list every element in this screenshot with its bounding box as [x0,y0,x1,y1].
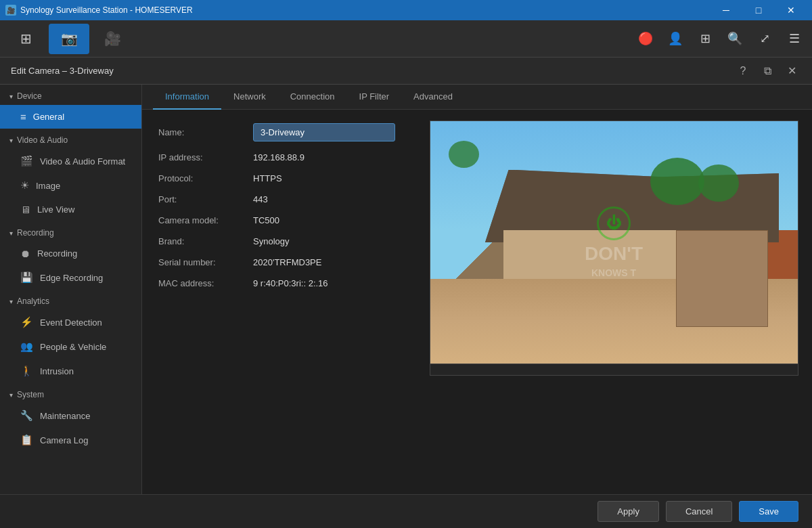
sidebar-item-recording[interactable]: ⏺ Recording [0,242,141,265]
port-value: 443 [253,194,268,204]
mac-address-field-row: MAC address: 9 r:40:P0:3ri:: 2:.16 [158,278,410,288]
edit-header-actions: ? ⧉ ✕ [734,62,801,81]
tab-network[interactable]: Network [221,85,278,110]
video-audio-format-icon: 🎬 [20,155,33,167]
serial-number-value: 2020'TRFMD3PE [253,257,321,267]
sidebar-video-audio-format-label: Video & Audio Format [40,156,125,167]
tab-connection[interactable]: Connection [278,85,347,110]
maintenance-icon: 🔧 [20,410,33,422]
sidebar-item-edge-recording[interactable]: 💾 Edge Recording [0,265,141,290]
analytics-chevron-icon: ▾ [9,298,13,305]
sidebar: ▾ Device ≡ General ▾ Video & Audio 🎬 Vid… [0,85,142,494]
account-button[interactable]: 👤 [663,26,687,51]
menu-icon: ☰ [789,31,800,46]
sidebar-item-general[interactable]: ≡ General [0,105,141,129]
people-vehicle-icon: 👥 [20,340,33,353]
name-field-row: Name: [158,123,410,141]
ip-address-label: IP address: [158,152,253,162]
recording-icon: ⏺ [20,248,30,259]
mac-address-value: 9 r:40:P0:3ri:: 2:.16 [253,278,328,288]
sidebar-camera-log-label: Camera Log [40,435,89,445]
sidebar-item-maintenance[interactable]: 🔧 Maintenance [0,403,141,428]
sidebar-item-video-audio-format[interactable]: 🎬 Video & Audio Format [0,149,141,173]
sidebar-people-vehicle-label: People & Vehicle [40,342,106,352]
sidebar-live-view-label: Live View [37,204,74,215]
form-section: Name: IP address: 192.168.88.9 Protocol:… [142,110,426,494]
maximize-button[interactable]: □ [743,0,774,20]
sidebar-section-recording[interactable]: ▾ Recording [0,221,141,242]
close-window-button[interactable]: ✕ [775,0,807,20]
toolbar: ⊞ 📷 🎥 🔴 👤 ⊞ 🔍 ⤢ ☰ [0,20,812,58]
toolbar-camera-button[interactable]: 📷 [49,24,89,54]
close-panel-button[interactable]: ✕ [782,62,801,81]
sidebar-event-detection-label: Event Detection [40,317,102,328]
content-area: Information Network Connection IP Filter… [142,85,812,494]
general-icon: ≡ [20,111,26,123]
sidebar-section-system[interactable]: ▾ System [0,383,141,403]
sidebar-item-intrusion[interactable]: 🚶 Intrusion [0,359,141,383]
camera-icon: 📷 [61,30,78,47]
sidebar-item-event-detection[interactable]: ⚡ Event Detection [0,310,141,334]
ip-address-value: 192.168.88.9 [253,152,304,162]
live-view-icon: 🖥 [20,204,30,215]
camera-preview: ⏻ DON'T KNOWS T [430,120,798,364]
layout-icon: ⊞ [700,31,710,46]
tab-information[interactable]: Information [153,85,221,110]
serial-number-field-row: Serial number: 2020'TRFMD3PE [158,257,410,267]
titlebar-controls[interactable]: ─ □ ✕ [710,0,807,20]
help-button[interactable]: ? [734,62,752,81]
sidebar-section-video-audio[interactable]: ▾ Video & Audio [0,129,141,149]
toolbar-right: 🔴 👤 ⊞ 🔍 ⤢ ☰ [633,26,807,51]
titlebar-title: Synology Surveillance Station - HOMESERV… [20,5,193,15]
camera-model-label: Camera model: [158,215,253,225]
brand-label: Brand: [158,236,253,246]
toolbar-overview-button[interactable]: ⊞ [5,24,46,54]
layout-button[interactable]: ⊞ [693,26,717,51]
profile-button[interactable]: 🔴 [633,26,658,51]
main-layout: ▾ Device ≡ General ▾ Video & Audio 🎬 Vid… [0,85,812,494]
camera-model-value: TC500 [253,215,279,225]
sidebar-item-image[interactable]: ☀ Image [0,173,141,198]
sidebar-section-device[interactable]: ▾ Device [0,85,141,105]
tree-1 [650,158,704,205]
tree-2 [698,164,739,202]
video-audio-chevron-icon: ▾ [9,137,13,144]
device-section-label: Device [17,91,42,101]
sidebar-section-analytics[interactable]: ▾ Analytics [0,290,141,310]
tab-ip-filter[interactable]: IP Filter [347,85,402,110]
toolbar-fisheye-button[interactable]: 🎥 [92,24,133,54]
tree-3 [449,141,479,168]
name-input[interactable] [253,123,395,141]
apply-button[interactable]: Apply [597,501,659,522]
brand-value: Synology [253,236,289,246]
profile-icon: 🔴 [638,31,653,46]
sidebar-item-camera-log[interactable]: 📋 Camera Log [0,428,141,452]
port-label: Port: [158,194,253,204]
port-field-row: Port: 443 [158,194,410,204]
sidebar-edge-recording-label: Edge Recording [40,273,103,283]
menu-button[interactable]: ☰ [782,26,807,51]
protocol-field-row: Protocol: HTTPS [158,173,410,183]
sidebar-item-people-vehicle[interactable]: 👥 People & Vehicle [0,334,141,359]
search-icon: 🔍 [727,31,742,46]
titlebar-left: 🎥 Synology Surveillance Station - HOMESE… [5,5,193,16]
fullscreen-icon: ⤢ [760,31,770,46]
restore-button[interactable]: ⧉ [758,62,777,81]
sidebar-general-label: General [33,112,64,122]
video-audio-section-label: Video & Audio [17,135,68,145]
fullscreen-button[interactable]: ⤢ [752,26,777,51]
serial-number-label: Serial number: [158,257,253,267]
sidebar-image-label: Image [36,181,60,191]
search-button[interactable]: 🔍 [723,26,747,51]
preview-area: ⏻ DON'T KNOWS T [426,110,812,494]
tab-advanced[interactable]: Advanced [401,85,465,110]
cancel-button[interactable]: Cancel [666,501,732,522]
edge-recording-icon: 💾 [20,271,33,284]
fisheye-icon: 🎥 [104,30,121,47]
save-button[interactable]: Save [739,501,798,522]
edit-header-title: Edit Camera – 3-Driveway [11,66,114,76]
toolbar-left: ⊞ 📷 🎥 [5,24,133,54]
minimize-button[interactable]: ─ [710,0,742,20]
titlebar: 🎥 Synology Surveillance Station - HOMESE… [0,0,812,20]
sidebar-item-live-view[interactable]: 🖥 Live View [0,198,141,221]
